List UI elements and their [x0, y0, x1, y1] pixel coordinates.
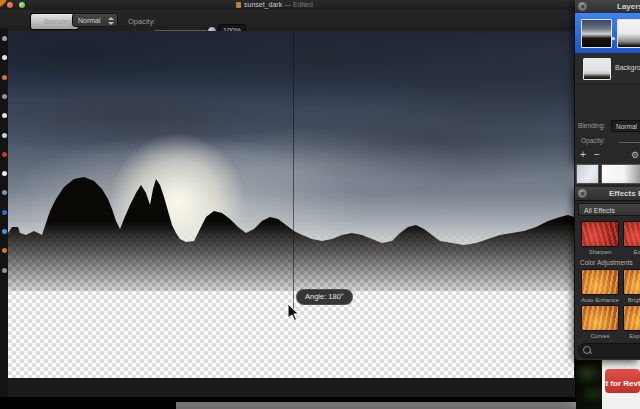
tool-icon[interactable] — [2, 36, 7, 41]
gradient-drag-line[interactable] — [293, 31, 294, 312]
background-layer-row[interactable]: Background — [575, 53, 640, 84]
background-layer-thumbnail[interactable] — [583, 58, 611, 80]
background-image-thumbnail — [576, 358, 602, 409]
effects-search-input[interactable] — [578, 343, 640, 358]
tool-icon[interactable] — [2, 190, 7, 195]
blending-label: Blending: — [44, 17, 75, 26]
close-palette-icon[interactable]: × — [578, 189, 587, 198]
panel-blending-label: Blending: — [578, 122, 605, 129]
angle-tooltip: Angle: 180° — [296, 289, 353, 305]
effect-thumbnail-sharpen[interactable] — [581, 221, 619, 247]
effects-category-dropdown[interactable]: All Effects — [578, 203, 640, 216]
tool-icon[interactable] — [2, 268, 7, 273]
mask-link-icon — [612, 37, 615, 40]
gradient-swatch-white[interactable] — [601, 164, 640, 184]
panel-opacity-slider[interactable] — [619, 142, 640, 143]
effects-section-label: Color Adjustments — [580, 259, 633, 266]
effect-thumbnail-auto-enhance[interactable] — [581, 269, 619, 295]
layer-thumbnail[interactable] — [581, 19, 612, 48]
layers-palette-title: Layers — [617, 2, 640, 11]
close-window-button[interactable] — [7, 2, 13, 8]
tool-options-bar: Blending: Normal Opacity: 100% — [0, 10, 575, 32]
close-palette-icon[interactable]: × — [578, 2, 587, 11]
zoom-window-button[interactable] — [19, 2, 25, 8]
gear-icon[interactable]: ⚙ — [631, 149, 639, 161]
add-layer-button[interactable]: + — [580, 149, 586, 161]
background-layer-name: Background — [615, 64, 640, 71]
panel-blending-dropdown[interactable]: Normal — [611, 120, 640, 132]
search-icon — [583, 346, 591, 354]
mouse-cursor-icon — [287, 303, 299, 321]
effects-palette-header: × Effects Browser — [575, 187, 640, 201]
tool-icon[interactable] — [2, 152, 7, 157]
effect-label: Auto Enhance — [581, 297, 619, 303]
blending-dropdown[interactable]: Normal — [72, 13, 118, 27]
tool-icon[interactable] — [2, 55, 7, 60]
effect-label: Curves — [581, 333, 619, 339]
sunset-photo — [8, 31, 574, 378]
effect-thumbnail-brightness[interactable] — [623, 269, 640, 295]
tool-icon[interactable] — [2, 113, 7, 118]
tree-silhouette — [8, 171, 574, 291]
tool-icon[interactable] — [2, 248, 7, 253]
tool-icon[interactable] — [2, 171, 7, 176]
background-window-strip — [176, 402, 640, 409]
layers-palette-header: × Layers — [575, 0, 640, 14]
dropdown-stepper-icon — [108, 17, 114, 25]
tool-icon[interactable] — [2, 75, 7, 80]
effect-label: Edges — [623, 249, 640, 255]
tool-icon[interactable] — [2, 133, 7, 138]
screen: Submit for Review sunset_dark — Edited B… — [0, 0, 640, 409]
window-title: sunset_dark — Edited — [244, 1, 313, 8]
tools-palette — [0, 28, 8, 397]
submit-for-review-button[interactable]: Submit for Review — [605, 369, 640, 393]
canvas[interactable]: Angle: 180° — [8, 31, 574, 378]
effect-thumbnail-curves[interactable] — [581, 305, 619, 331]
effects-palette-title: Effects Browser — [609, 189, 640, 198]
effect-thumbnail-exposure[interactable] — [623, 305, 640, 331]
opacity-label: Opacity: — [128, 17, 156, 26]
gradient-swatch-blue[interactable] — [576, 164, 599, 184]
tool-icon[interactable] — [2, 229, 7, 234]
titlebar: sunset_dark — Edited — [0, 0, 575, 10]
layers-palette: × Layers Background Blending: Normal Opa… — [575, 0, 640, 163]
app-window: sunset_dark — Edited Blending: Normal Op… — [0, 0, 575, 397]
panel-opacity-label: Opacity: — [581, 137, 605, 144]
layer-mask-thumbnail[interactable] — [617, 19, 640, 48]
effect-label: Exposure — [623, 333, 640, 339]
submit-for-review-label: Submit for Review — [605, 372, 640, 393]
effect-thumbnail-edges[interactable] — [623, 221, 640, 247]
effect-label: Sharpen — [581, 249, 619, 255]
remove-layer-button[interactable]: − — [594, 149, 600, 161]
document-icon — [236, 2, 241, 8]
selected-layer-row[interactable] — [575, 13, 640, 53]
effects-browser-palette: × Effects Browser All Effects Sharpen Ed… — [575, 187, 640, 360]
gradient-presets-strip — [575, 163, 640, 187]
tool-icon[interactable] — [2, 94, 7, 99]
effect-label: Brightness — [623, 297, 640, 303]
tool-icon[interactable] — [2, 210, 7, 215]
edited-badge: — Edited — [284, 1, 313, 8]
